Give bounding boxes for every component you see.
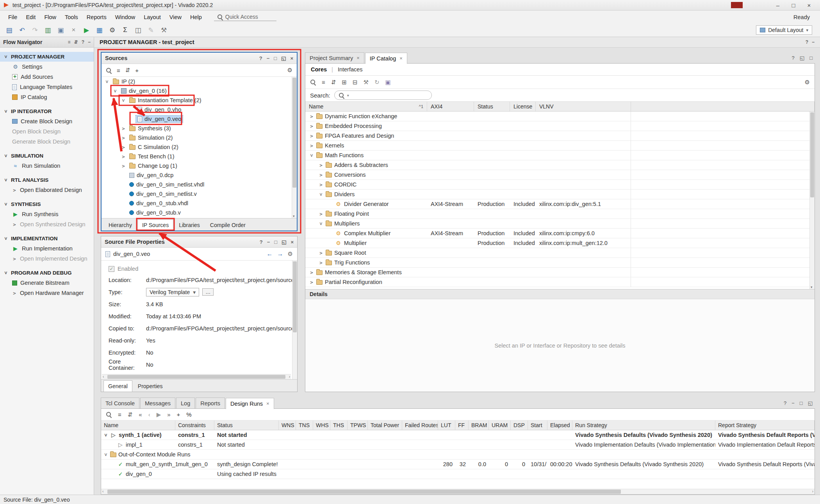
settings-icon[interactable]: ⚙ [107, 25, 118, 35]
tree-item[interactable]: Test Bench (1) [128, 153, 176, 160]
chevron-right-icon[interactable]: > [319, 172, 323, 178]
tab-general[interactable]: General [103, 380, 132, 392]
save-icon[interactable]: ▤ [4, 25, 14, 35]
column-header-report-strategy[interactable]: Report Strategy [715, 421, 815, 430]
tree-item[interactable]: div_gen_0_stub.vhdl [128, 200, 190, 207]
collapse-icon[interactable]: ≡ [117, 67, 120, 74]
chevron-right-icon[interactable]: > [319, 260, 323, 266]
properties-icon[interactable]: ⚒ [364, 79, 369, 86]
catalog-row[interactable]: >Memories & Storage Elements [305, 268, 815, 277]
flow-item-open-implemented-design[interactable]: >Open Implemented Design [0, 254, 94, 264]
tree-row[interactable]: div_gen_0_sim_netlist.v [102, 189, 297, 199]
menu-reports[interactable]: Reports [82, 12, 111, 22]
vertical-scrollbar[interactable] [292, 261, 297, 379]
column-header-uram[interactable]: URAM [489, 421, 511, 430]
tree-item[interactable]: IP (2) [111, 78, 137, 85]
flow-item-run-simulation[interactable]: ≈Run Simulation [0, 161, 94, 171]
chevron-open-icon[interactable]: > [121, 98, 127, 103]
column-header-run-strategy[interactable]: Run Strategy [572, 421, 715, 430]
chevron-right-icon[interactable]: > [121, 163, 126, 169]
chevron-right-icon[interactable]: > [319, 250, 323, 256]
layout-select-dropdown[interactable]: Default Layout ▾ [756, 25, 812, 35]
catalog-row[interactable]: ⚙Complex MultiplierAXI4-StreamProduction… [305, 229, 815, 238]
flow-section-program-and-debug[interactable]: >PROGRAM AND DEBUG [0, 268, 94, 278]
scroll-down-icon[interactable]: ▾ [293, 214, 295, 218]
subtab-interfaces[interactable]: Interfaces [338, 66, 363, 73]
menu-layout[interactable]: Layout [139, 12, 165, 22]
tree-item[interactable]: div_gen_0_stub.v [128, 209, 182, 216]
catalog-row[interactable]: >Math Functions [305, 151, 815, 160]
help-icon[interactable]: ? [784, 400, 786, 406]
forward-icon[interactable]: → [277, 250, 283, 257]
catalog-row[interactable]: >Partial Reconfiguration [305, 277, 815, 287]
group-icon[interactable]: ⊞ [342, 79, 347, 86]
column-header-whs[interactable]: WHS [313, 421, 330, 430]
run-row[interactable]: ✓div_gen_0Using cached IP results [101, 469, 815, 479]
sum-icon[interactable]: Σ [120, 25, 130, 35]
chevron-open-icon[interactable]: > [112, 89, 118, 93]
gear-icon[interactable]: ⚙ [287, 67, 292, 74]
column-header-constraints[interactable]: Constraints [175, 421, 214, 430]
flow-section-simulation[interactable]: >SIMULATION [0, 151, 94, 161]
column-header-dsp[interactable]: DSP [511, 421, 528, 430]
tree-row[interactable]: >Synthesis (3) [102, 124, 297, 133]
catalog-row[interactable]: >CORDIC [305, 180, 815, 190]
catalog-row[interactable]: >Trig Functions [305, 258, 815, 268]
column-header-axi4[interactable]: AXI4 [427, 102, 474, 111]
add-icon[interactable]: + [177, 411, 180, 418]
column-header-bram[interactable]: BRAM [469, 421, 489, 430]
run-row[interactable]: >▷synth_1 (active)constrs_1Not startedVi… [101, 430, 815, 440]
catalog-row[interactable]: >Dynamic Function eXchange [305, 112, 815, 121]
menu-help[interactable]: Help [186, 12, 206, 22]
flow-item-open-hardware-manager[interactable]: >Open Hardware Manager [0, 288, 94, 298]
tab-tcl-console[interactable]: Tcl Console [101, 398, 139, 409]
tree-row[interactable]: div_gen_0.veo [102, 114, 297, 124]
catalog-row[interactable]: >Kernels [305, 141, 815, 151]
catalog-row[interactable]: >FPGA Features and Design [305, 131, 815, 141]
tree-row[interactable]: >Test Bench (1) [102, 152, 297, 161]
refresh-icon[interactable]: ↻ [374, 79, 380, 86]
minimize-panel-icon[interactable]: − [812, 39, 815, 45]
first-icon[interactable]: « [139, 411, 142, 418]
properties-panel-header[interactable]: Source File Properties ? − □ ◱ × [101, 236, 297, 248]
chevron-open-icon[interactable]: > [309, 153, 315, 158]
scroll-left-icon[interactable]: ‹ [103, 374, 104, 379]
sources-panel-header[interactable]: Sources ? − □ ◱ × [102, 53, 297, 64]
add-icon[interactable]: + [135, 67, 139, 74]
tab-compile-order[interactable]: Compile Order [205, 219, 250, 231]
prev-icon[interactable]: ‹ [148, 411, 150, 418]
subtab-cores[interactable]: Cores [311, 66, 327, 73]
scrollbar-thumb[interactable] [292, 78, 296, 188]
analysis-icon[interactable]: ▦ [94, 25, 105, 35]
maximize-panel-icon[interactable]: □ [274, 239, 277, 245]
chevron-open-icon[interactable]: > [103, 452, 109, 457]
close-tab-icon[interactable]: × [357, 55, 360, 61]
redo-icon[interactable]: ↷ [30, 25, 40, 35]
float-panel-icon[interactable]: ◱ [282, 239, 286, 245]
catalog-row[interactable]: >Square Root [305, 248, 815, 258]
tab-messages[interactable]: Messages [140, 398, 175, 409]
close-button[interactable]: × [801, 0, 817, 10]
catalog-row[interactable]: >Embedded Processing [305, 121, 815, 131]
maximize-panel-icon[interactable]: □ [274, 55, 277, 61]
scrollbar-thumb[interactable] [107, 375, 285, 379]
tab-design-runs[interactable]: Design Runs × [226, 398, 274, 409]
minimize-panel-icon[interactable]: − [267, 55, 270, 61]
tree-item[interactable]: div_gen_0 (16) [119, 87, 168, 94]
tab-project-summary[interactable]: Project Summary × [305, 52, 364, 64]
column-header-status[interactable]: Status [214, 421, 279, 430]
tree-item[interactable]: Simulation (2) [128, 134, 174, 141]
float-panel-icon[interactable]: ◱ [281, 55, 286, 61]
chevron-right-icon[interactable]: > [309, 123, 314, 129]
tab-properties[interactable]: Properties [133, 380, 168, 392]
tree-item[interactable]: div_gen_0.veo [136, 115, 183, 122]
catalog-row[interactable]: ⚙MultiplierProductionIncludedxilinx.com:… [305, 238, 815, 248]
run-row[interactable]: ▷impl_1constrs_1Not startedVivado Implem… [101, 440, 815, 450]
chevron-right-icon[interactable]: > [319, 182, 323, 188]
tree-item[interactable]: Instantiation Template (2) [128, 97, 203, 104]
chevron-right-icon[interactable]: > [309, 270, 314, 275]
tree-row[interactable]: >IP (2) [102, 77, 297, 86]
flow-section-rtl-analysis[interactable]: >RTL ANALYSIS [0, 175, 94, 185]
gear-icon[interactable]: ⚙ [805, 79, 810, 86]
tree-item[interactable]: div_gen_0.vho [136, 106, 183, 113]
